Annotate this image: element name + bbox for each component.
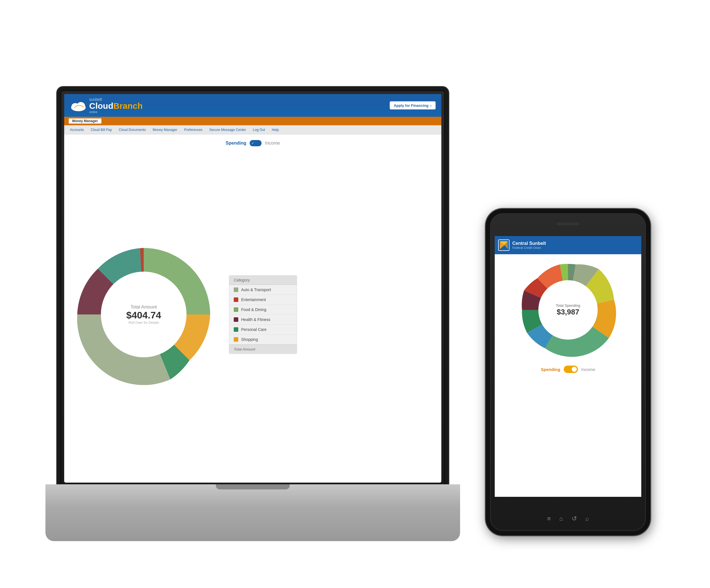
phone-donut-chart: Total Spending $3,987 (517, 259, 619, 361)
nav-help[interactable]: Help (272, 128, 279, 132)
chevron-right-icon: › (430, 103, 431, 108)
total-amount-label: Total Amount (126, 305, 161, 310)
laptop-header: sunbelt CloudBranch online Apply for Fin… (64, 94, 441, 117)
phone-nav-home-icon[interactable]: ⌂ (559, 515, 563, 522)
shopping-label: Shopping (241, 337, 258, 342)
phone-bank-logo (498, 239, 510, 251)
phone-content: Total Spending $3,987 Spending Income (495, 254, 641, 497)
legend-auto-transport[interactable]: Auto & Transport (229, 285, 297, 295)
nav-logout[interactable]: Log Out (253, 128, 265, 132)
nav-accounts[interactable]: Accounts (70, 128, 84, 132)
phone-toggle-switch[interactable] (564, 366, 578, 373)
laptop-screen: sunbelt CloudBranch online Apply for Fin… (64, 94, 441, 483)
legend-personal-care[interactable]: Personal Care (229, 325, 297, 335)
bank-name-sub: Federal Credit Union (512, 246, 546, 250)
phone-total-label: Total Spending (556, 303, 580, 308)
personal-care-label: Personal Care (241, 327, 267, 332)
health-fitness-label: Health & Fitness (241, 317, 270, 322)
donut-center-info: Total Amount $404.74 Roll Over for Detai… (126, 305, 161, 325)
income-label: Income (265, 141, 280, 146)
apply-btn-label: Apply for Financing (394, 103, 429, 108)
total-amount-value: $404.74 (126, 310, 161, 321)
food-dining-color (234, 307, 238, 312)
laptop: sunbelt CloudBranch online Apply for Fin… (57, 87, 449, 541)
legend-header: Category (229, 276, 297, 285)
laptop-body: sunbelt CloudBranch online Apply for Fin… (57, 87, 449, 490)
legend-health-fitness[interactable]: Health & Fitness (229, 315, 297, 325)
phone-nav-menu-icon[interactable]: ≡ (547, 515, 551, 522)
rollover-hint: Roll Over for Details (126, 321, 161, 325)
legend-food-dining[interactable]: Food & Dining (229, 305, 297, 315)
phone-spending-label: Spending (541, 367, 560, 372)
food-dining-label: Food & Dining (241, 307, 266, 312)
phone: Central Sunbelt Federal Credit Union (486, 209, 650, 536)
phone-total-amount: $3,987 (556, 308, 580, 316)
phone-home-bar: ≡ ⌂ ↺ ⌕ (547, 515, 589, 522)
laptop-donut-chart: Total Amount $404.74 Roll Over for Detai… (70, 241, 217, 388)
auto-transport-color (234, 287, 238, 292)
laptop-base (45, 484, 460, 541)
legend-entertainment[interactable]: Entertainment (229, 295, 297, 305)
category-legend: Category Auto & Transport Entertainment (229, 275, 297, 354)
phone-spending-toggle: Spending Income (541, 366, 595, 373)
nav-preferences[interactable]: Preferences (184, 128, 203, 132)
nav-secure-message[interactable]: Secure Message Center (209, 128, 246, 132)
chart-area: Total Amount $404.74 Roll Over for Detai… (70, 152, 436, 477)
nav-cloud-documents[interactable]: Cloud Documents (119, 128, 146, 132)
laptop-nav-orange: Money Manager (64, 117, 441, 125)
phone-bank-name: Central Sunbelt Federal Credit Union (512, 241, 546, 250)
phone-speaker (557, 222, 579, 225)
nav-cloud-bill-pay[interactable]: Cloud Bill Pay (91, 128, 112, 132)
phone-nav-search-icon[interactable]: ⌕ (585, 515, 589, 522)
toggle-switch[interactable] (250, 140, 262, 146)
spending-income-toggle: Spending Income (226, 140, 280, 146)
nav-money-manager[interactable]: Money Manager (152, 128, 177, 132)
logo-text: CloudBranch (89, 102, 143, 110)
laptop-nav-blue: Accounts Cloud Bill Pay Cloud Documents … (64, 125, 441, 134)
phone-body: Central Sunbelt Federal Credit Union (486, 209, 650, 536)
scene: sunbelt CloudBranch online Apply for Fin… (43, 24, 667, 564)
phone-donut-center: Total Spending $3,987 (556, 303, 580, 316)
phone-nav-back-icon[interactable]: ↺ (572, 515, 577, 522)
money-manager-tab[interactable]: Money Manager (69, 118, 101, 123)
cloud-icon (70, 99, 87, 112)
logo-sub: online (89, 110, 143, 114)
phone-header: Central Sunbelt Federal Credit Union (495, 236, 641, 254)
personal-care-color (234, 327, 238, 332)
laptop-logo: sunbelt CloudBranch online (70, 97, 143, 114)
legend-footer: Total Amount (229, 345, 297, 354)
legend-shopping[interactable]: Shopping (229, 335, 297, 345)
apply-financing-button[interactable]: Apply for Financing › (389, 101, 436, 110)
entertainment-color (234, 298, 238, 302)
shopping-color (234, 337, 238, 342)
phone-income-label: Income (581, 367, 595, 372)
spending-label: Spending (226, 141, 246, 146)
health-fitness-color (234, 317, 238, 322)
entertainment-label: Entertainment (241, 298, 266, 302)
laptop-main-content: Spending Income (64, 134, 441, 483)
phone-screen: Central Sunbelt Federal Credit Union (495, 236, 641, 497)
auto-transport-label: Auto & Transport (241, 287, 271, 292)
bank-name-main: Central Sunbelt (512, 241, 546, 246)
